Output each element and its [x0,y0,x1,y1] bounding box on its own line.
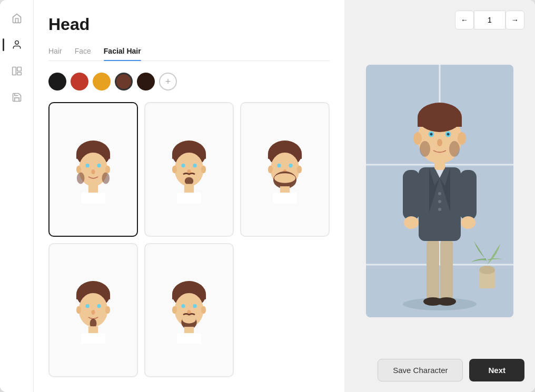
svg-point-10 [77,172,85,184]
svg-point-47 [105,306,110,314]
sidebar-home-icon[interactable] [7,8,27,28]
svg-point-59 [201,306,206,314]
svg-point-24 [201,165,206,173]
svg-rect-26 [177,193,201,203]
svg-point-72 [437,297,456,306]
svg-point-81 [461,216,475,229]
face-style-1[interactable] [48,102,138,237]
right-panel: ← 1 → [344,0,535,392]
color-swatch-brown[interactable] [115,73,133,91]
svg-point-54 [193,304,196,308]
tab-facial-hair[interactable]: Facial Hair [104,44,141,61]
svg-point-36 [297,165,302,173]
svg-rect-70 [440,238,453,301]
tab-face[interactable]: Face [75,44,91,61]
svg-point-57 [182,316,196,324]
face-style-3[interactable] [240,102,330,237]
svg-point-20 [193,164,196,167]
svg-point-86 [413,132,422,145]
svg-rect-49 [81,333,105,344]
svg-point-93 [420,141,430,157]
color-swatch-darkbrown[interactable] [137,73,155,91]
save-character-button[interactable]: Save Character [378,359,463,381]
svg-rect-80 [460,170,477,220]
svg-rect-1 [12,67,16,75]
svg-point-76 [438,200,441,203]
tabs-container: Hair Face Facial Hair [48,44,330,61]
svg-point-12 [76,165,81,173]
prev-page-button[interactable]: ← [455,11,474,29]
svg-point-31 [289,164,292,167]
color-add-button[interactable]: + [159,73,177,91]
svg-rect-69 [427,238,439,301]
svg-point-13 [105,165,110,173]
svg-point-42 [85,304,89,308]
svg-point-23 [172,165,177,173]
svg-point-68 [479,266,495,274]
color-picker-row: + [48,73,330,91]
svg-point-46 [76,306,81,314]
svg-point-44 [91,310,95,315]
svg-point-7 [85,164,89,167]
svg-point-58 [172,306,177,314]
face-style-2[interactable] [144,102,234,237]
next-page-button[interactable]: → [506,11,524,29]
color-swatch-amber[interactable] [93,73,111,91]
page-number-input[interactable]: 1 [474,11,506,29]
sidebar-layers-icon[interactable] [7,61,27,81]
svg-point-90 [430,133,433,136]
face-style-5[interactable] [144,243,234,378]
svg-point-77 [438,208,441,211]
svg-point-53 [181,304,185,308]
svg-point-11 [102,172,110,184]
svg-point-19 [181,164,185,167]
color-swatch-black[interactable] [48,73,66,91]
svg-point-34 [274,173,295,183]
svg-rect-3 [17,73,21,75]
tab-hair[interactable]: Hair [48,44,62,61]
pagination: ← 1 → [455,11,524,29]
svg-point-0 [15,41,18,45]
svg-point-8 [97,164,101,167]
svg-point-92 [437,139,442,146]
svg-rect-38 [273,193,297,203]
svg-point-43 [97,304,101,308]
svg-point-75 [438,192,441,195]
svg-point-79 [404,216,419,229]
svg-rect-60 [184,327,194,334]
svg-rect-78 [403,170,420,220]
sidebar [0,0,34,392]
sidebar-person-icon[interactable] [7,35,27,55]
next-button[interactable]: Next [469,359,524,381]
bottom-buttons: Save Character Next [378,359,524,381]
svg-rect-2 [17,67,21,72]
sidebar-save-icon[interactable] [7,87,27,107]
color-swatch-red[interactable] [71,73,88,91]
svg-point-22 [185,177,194,185]
svg-point-87 [458,132,466,145]
svg-rect-14 [88,184,98,193]
character-preview [355,29,524,353]
svg-point-9 [91,169,95,174]
svg-point-94 [449,141,460,157]
face-style-grid [48,102,330,377]
app-window: Head Hair Face Facial Hair + [0,0,535,392]
svg-point-91 [447,133,450,136]
character-panel [366,65,513,317]
svg-rect-61 [177,333,201,344]
page-title: Head [48,15,330,34]
svg-point-35 [268,165,273,173]
svg-rect-48 [88,326,98,334]
left-panel: Head Hair Face Facial Hair + [34,0,344,392]
svg-rect-25 [184,184,194,193]
face-style-4[interactable] [48,243,138,378]
svg-rect-15 [81,193,105,203]
svg-rect-74 [419,167,461,241]
svg-point-30 [277,164,281,167]
